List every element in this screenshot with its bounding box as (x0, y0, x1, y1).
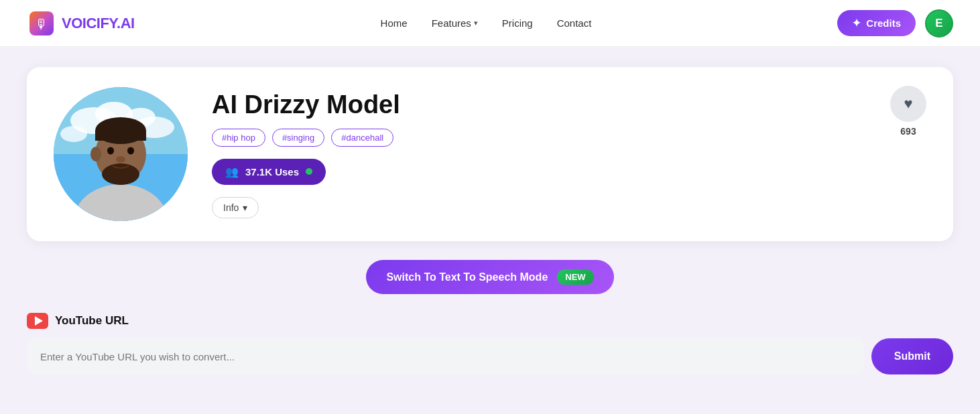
uses-count: 37.1K Uses (245, 166, 299, 178)
like-button[interactable]: ♥ (890, 86, 926, 122)
youtube-label-text: YouTube URL (55, 314, 129, 328)
nav-contact[interactable]: Contact (557, 17, 592, 29)
url-input-row: Submit (27, 338, 953, 374)
user-avatar[interactable]: E (925, 9, 953, 38)
model-info: AI Drizzy Model #hip hop #singing #dance… (212, 90, 926, 218)
users-icon: 👥 (225, 165, 239, 178)
nav-home[interactable]: Home (381, 17, 408, 29)
main-nav: Home Features ▾ Pricing Contact (381, 17, 592, 29)
info-label: Info (223, 202, 239, 213)
svg-point-17 (127, 147, 134, 155)
svg-point-8 (60, 126, 87, 142)
nav-pricing[interactable]: Pricing (502, 17, 533, 29)
youtube-url-input[interactable] (27, 338, 863, 374)
youtube-icon (27, 313, 48, 329)
tag-dancehall[interactable]: #dancehall (331, 129, 393, 147)
logo-text: VOICIFY.AI (62, 15, 135, 32)
youtube-section: YouTube URL Submit (27, 313, 953, 388)
credits-button[interactable]: ✦ Credits (837, 10, 916, 36)
switch-section: Switch To Text To Speech Mode NEW (27, 260, 953, 294)
logo[interactable]: 🎙 VOICIFY.AI (27, 9, 135, 38)
svg-point-14 (90, 147, 101, 161)
nav-features[interactable]: Features (432, 17, 471, 29)
submit-button[interactable]: Submit (871, 338, 953, 374)
svg-rect-13 (95, 131, 146, 141)
svg-text:🎙: 🎙 (35, 17, 48, 31)
model-avatar (54, 87, 188, 221)
info-button[interactable]: Info ▾ (212, 197, 259, 218)
model-name: AI Drizzy Model (212, 90, 926, 119)
header-right: ✦ Credits E (837, 9, 953, 38)
heart-icon: ♥ (904, 95, 912, 113)
live-dot (306, 168, 312, 175)
svg-point-16 (107, 147, 114, 155)
nav-features-container: Features ▾ (432, 17, 478, 29)
credits-plus-icon: ✦ (852, 17, 861, 29)
info-chevron-icon: ▾ (243, 202, 247, 213)
uses-badge: 👥 37.1K Uses (212, 159, 326, 185)
avatar-letter: E (935, 17, 942, 30)
new-badge: NEW (557, 269, 593, 285)
features-chevron-icon: ▾ (474, 19, 478, 27)
play-triangle (35, 316, 43, 326)
switch-tts-label: Switch To Text To Speech Mode (386, 271, 548, 283)
model-tags: #hip hop #singing #dancehall (212, 129, 926, 147)
svg-point-15 (102, 163, 139, 185)
model-card: AI Drizzy Model #hip hop #singing #dance… (27, 67, 953, 241)
submit-label: Submit (894, 350, 930, 362)
youtube-label-row: YouTube URL (27, 313, 953, 329)
tag-hiphop[interactable]: #hip hop (212, 129, 265, 147)
likes-area: ♥ 693 (890, 86, 926, 137)
svg-point-18 (116, 156, 125, 163)
likes-count: 693 (900, 126, 916, 137)
tag-singing[interactable]: #singing (272, 129, 324, 147)
switch-tts-button[interactable]: Switch To Text To Speech Mode NEW (366, 260, 613, 294)
credits-label: Credits (866, 17, 901, 29)
